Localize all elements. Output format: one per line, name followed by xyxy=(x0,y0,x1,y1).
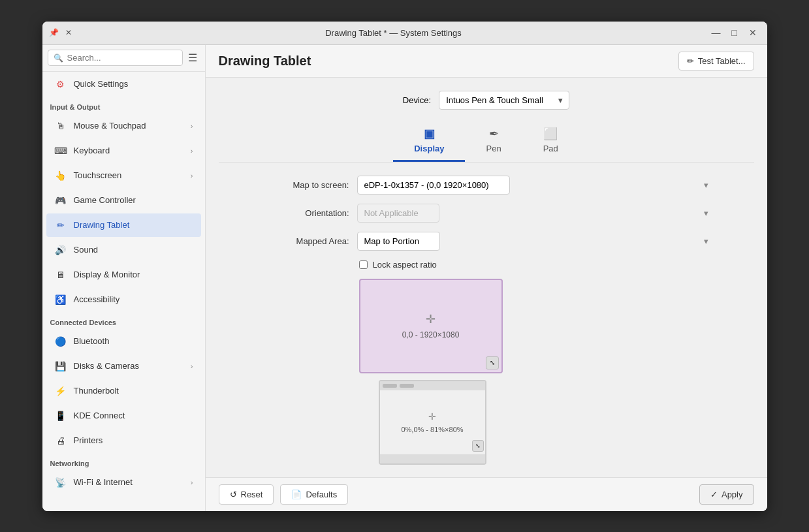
sidebar-item-label: Keyboard xyxy=(74,146,184,155)
device-label: Device: xyxy=(403,95,431,105)
apply-label: Apply xyxy=(722,490,743,499)
bluetooth-icon: 🔵 xyxy=(54,335,67,348)
reset-label: Reset xyxy=(241,490,263,499)
arrow-icon: › xyxy=(191,362,193,370)
map-to-screen-label: Map to screen: xyxy=(258,180,349,190)
display-icon: 🖥 xyxy=(54,268,67,281)
sidebar-item-printers[interactable]: 🖨 Printers xyxy=(46,429,201,452)
display-tab-icon: ▣ xyxy=(424,127,435,141)
sidebar: 🔍 ☰ ⚙ Quick Settings Input & Output 🖱 Mo… xyxy=(42,45,206,511)
sidebar-item-label: Bluetooth xyxy=(74,336,193,346)
tab-pad[interactable]: ⬜ Pad xyxy=(522,120,579,162)
arrow-icon: › xyxy=(191,172,193,180)
sidebar-item-label: Mouse & Touchpad xyxy=(74,121,184,131)
sidebar-item-label: Game Controller xyxy=(74,195,193,205)
drawing-tablet-icon: ✏ xyxy=(54,219,67,232)
defaults-button[interactable]: 📄 Defaults xyxy=(280,484,348,505)
accessibility-icon: ♿ xyxy=(54,293,67,306)
titlebar-left-icons: 📌 ✕ xyxy=(49,27,74,38)
tab-pen-label: Pen xyxy=(486,144,501,153)
sidebar-item-label: Touchscreen xyxy=(74,170,184,180)
hamburger-button[interactable]: ☰ xyxy=(185,49,200,67)
titlebar: 📌 ✕ Drawing Tablet * — System Settings —… xyxy=(42,22,767,45)
mapped-area-select[interactable]: Map to Portion Full Area Custom xyxy=(357,232,440,251)
sidebar-item-display-monitor[interactable]: 🖥 Display & Monitor xyxy=(46,263,201,287)
test-tablet-button[interactable]: ✏ Test Tablet... xyxy=(678,52,754,70)
sidebar-item-thunderbolt[interactable]: ⚡ Thunderbolt xyxy=(46,379,201,403)
form-section: Map to screen: eDP-1-0x1357 - (0,0 1920×… xyxy=(258,176,715,477)
pin-icon[interactable]: 📌 xyxy=(49,27,59,38)
sidebar-item-wifi-internet[interactable]: 📡 Wi-Fi & Internet › xyxy=(46,471,201,494)
tab-display[interactable]: ▣ Display xyxy=(393,120,465,162)
move-icon: ✛ xyxy=(426,312,436,326)
tab-display-label: Display xyxy=(414,144,444,153)
sidebar-item-quick-settings[interactable]: ⚙ Quick Settings xyxy=(46,72,201,96)
screen-area-text: 0,0 - 1920×1080 xyxy=(402,330,460,339)
sidebar-item-label: Sound xyxy=(74,245,193,255)
sound-icon: 🔊 xyxy=(54,243,67,257)
sidebar-item-bluetooth[interactable]: 🔵 Bluetooth xyxy=(46,330,201,353)
content-header: Drawing Tablet ✏ Test Tablet... xyxy=(206,45,767,78)
sidebar-item-label: Wi-Fi & Internet xyxy=(74,477,184,487)
portion-move-icon: ✛ xyxy=(428,411,436,422)
sidebar-item-drawing-tablet[interactable]: ✏ Drawing Tablet xyxy=(46,213,201,237)
lock-aspect-ratio-label[interactable]: Lock aspect ratio xyxy=(373,260,437,270)
lock-aspect-ratio-checkbox[interactable] xyxy=(359,260,368,269)
map-to-screen-row: Map to screen: eDP-1-0x1357 - (0,0 1920×… xyxy=(258,176,715,195)
sidebar-item-label: Drawing Tablet xyxy=(74,220,193,230)
tabs-row: ▣ Display ✒ Pen ⬜ Pad xyxy=(219,120,754,163)
defaults-icon: 📄 xyxy=(291,490,302,499)
pen-tab-icon: ✒ xyxy=(489,127,499,141)
mapped-area-select-wrapper: Map to Portion Full Area Custom xyxy=(357,232,715,251)
sidebar-item-label: Quick Settings xyxy=(74,79,193,89)
apply-button[interactable]: ✓ Apply xyxy=(699,484,754,505)
arrow-icon: › xyxy=(191,122,193,130)
mapped-area-label: Mapped Area: xyxy=(258,236,349,246)
portion-bar-dot1 xyxy=(383,384,397,388)
orientation-label: Orientation: xyxy=(258,208,349,218)
tab-pen[interactable]: ✒ Pen xyxy=(465,120,522,162)
sidebar-item-disks-cameras[interactable]: 💾 Disks & Cameras › xyxy=(46,354,201,378)
disks-icon: 💾 xyxy=(54,360,67,373)
portion-area[interactable]: ✛ 0%,0% - 81%×80% ⤡ xyxy=(379,380,486,465)
sidebar-item-label: Printers xyxy=(74,435,193,445)
wifi-icon: 📡 xyxy=(54,476,67,489)
maximize-button[interactable]: □ xyxy=(727,25,742,40)
map-container: ✛ 0,0 - 1920×1080 ⤡ ✛ 0%,0% - 81%×80% xyxy=(359,279,607,477)
lock-aspect-ratio-row: Lock aspect ratio xyxy=(258,260,715,270)
map-to-screen-select[interactable]: eDP-1-0x1357 - (0,0 1920×1080) xyxy=(357,176,510,195)
arrow-icon: › xyxy=(191,147,193,155)
sidebar-item-touchscreen[interactable]: 👆 Touchscreen › xyxy=(46,164,201,187)
sidebar-item-label: Thunderbolt xyxy=(74,386,193,396)
screen-area[interactable]: ✛ 0,0 - 1920×1080 ⤡ xyxy=(359,279,503,373)
sidebar-item-accessibility[interactable]: ♿ Accessibility xyxy=(46,288,201,311)
window-title: Drawing Tablet * — System Settings xyxy=(79,28,708,38)
portion-resize-button[interactable]: ⤡ xyxy=(472,440,484,452)
main-content: 🔍 ☰ ⚙ Quick Settings Input & Output 🖱 Mo… xyxy=(42,45,767,511)
orientation-select[interactable]: Not Applicable xyxy=(357,204,439,223)
close-button[interactable]: ✕ xyxy=(745,25,761,40)
sidebar-item-sound[interactable]: 🔊 Sound xyxy=(46,238,201,262)
mapped-area-row: Mapped Area: Map to Portion Full Area Cu… xyxy=(258,232,715,251)
screen-resize-button[interactable]: ⤡ xyxy=(486,356,499,369)
menu-icon[interactable]: ✕ xyxy=(63,27,74,38)
touchscreen-icon: 👆 xyxy=(54,169,67,182)
device-row: Device: Intuos Pen & Touch Small xyxy=(219,91,754,110)
sidebar-item-mouse-touchpad[interactable]: 🖱 Mouse & Touchpad › xyxy=(46,114,201,138)
device-select-wrapper: Intuos Pen & Touch Small xyxy=(439,91,569,110)
sidebar-item-label: Disks & Cameras xyxy=(74,361,184,371)
sidebar-item-label: Display & Monitor xyxy=(74,270,193,279)
sidebar-item-game-controller[interactable]: 🎮 Game Controller xyxy=(46,189,201,212)
device-select[interactable]: Intuos Pen & Touch Small xyxy=(439,91,569,110)
sidebar-item-kde-connect[interactable]: 📱 KDE Connect xyxy=(46,404,201,428)
sidebar-item-keyboard[interactable]: ⌨ Keyboard › xyxy=(46,139,201,163)
minimize-button[interactable]: — xyxy=(708,25,724,40)
page-title: Drawing Tablet xyxy=(219,54,671,69)
orientation-row: Orientation: Not Applicable xyxy=(258,204,715,223)
reset-button[interactable]: ↺ Reset xyxy=(219,484,274,505)
portion-bottom-bar xyxy=(380,454,485,463)
search-icon: 🔍 xyxy=(54,54,63,63)
thunderbolt-icon: ⚡ xyxy=(54,384,67,398)
search-input[interactable] xyxy=(67,53,177,63)
bottom-bar: ↺ Reset 📄 Defaults ✓ Apply xyxy=(206,477,767,511)
